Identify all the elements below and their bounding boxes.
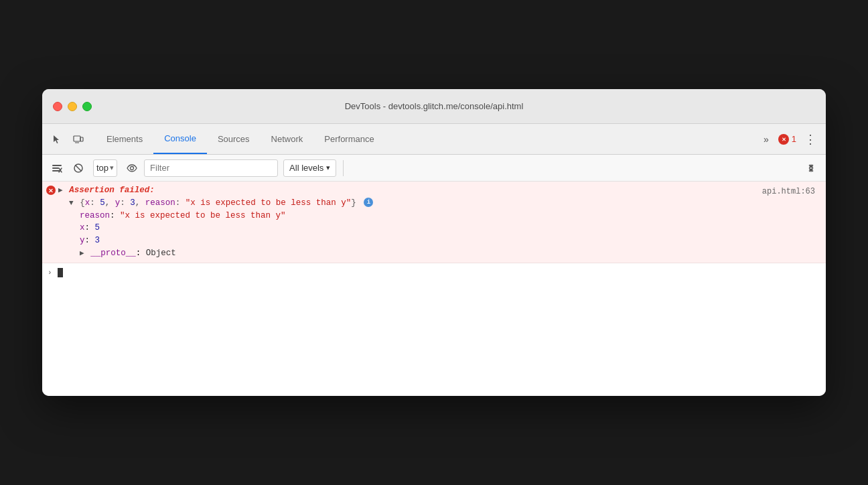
object-expand-arrow[interactable]: ▼ xyxy=(69,198,74,209)
svg-rect-1 xyxy=(80,137,83,141)
console-input-line[interactable]: › xyxy=(42,263,826,283)
object-expand-line: ▼ {x: 5, y: 3, reason: "x is expected to… xyxy=(58,197,820,210)
error-icon: ✕ xyxy=(778,134,789,145)
log-levels-dropdown[interactable]: All levels ▾ xyxy=(283,159,336,177)
tab-console[interactable]: Console xyxy=(153,124,207,154)
assertion-title: Assertion failed: xyxy=(69,186,155,195)
window-title: DevTools - devtools.glitch.me/console/ap… xyxy=(345,101,524,111)
svg-rect-5 xyxy=(52,165,62,166)
context-arrow: ▾ xyxy=(110,163,114,172)
y-property-line: y: 3 xyxy=(58,234,820,247)
tab-elements[interactable]: Elements xyxy=(96,124,153,154)
error-count: 1 xyxy=(792,134,796,144)
svg-text:✕: ✕ xyxy=(48,188,54,194)
cursor xyxy=(58,268,63,277)
x-property-line: x: 5 xyxy=(58,222,820,234)
svg-rect-6 xyxy=(52,167,59,169)
svg-line-11 xyxy=(76,165,82,171)
error-entry-icon: ✕ xyxy=(46,186,56,195)
traffic-lights xyxy=(53,102,92,111)
prompt-arrow: › xyxy=(48,267,52,279)
tab-sources[interactable]: Sources xyxy=(207,124,261,154)
settings-button[interactable] xyxy=(802,159,820,178)
levels-arrow: ▾ xyxy=(326,163,330,172)
tab-icon-group xyxy=(48,130,88,149)
eye-icon[interactable] xyxy=(123,159,141,178)
error-badge[interactable]: ✕ 1 xyxy=(778,134,796,145)
device-toggle-icon[interactable] xyxy=(69,130,88,149)
tabs-right-controls: » ✕ 1 ⋮ xyxy=(758,129,820,149)
tabs-bar: Elements Console Sources Network Perform… xyxy=(42,124,826,155)
info-icon[interactable]: i xyxy=(364,198,373,207)
more-options-button[interactable]: ⋮ xyxy=(800,129,820,149)
clear-console-button[interactable] xyxy=(48,159,66,178)
console-toolbar: top ▾ All levels ▾ xyxy=(42,155,826,182)
reason-property-line: reason: "x is expected to be less than y… xyxy=(58,210,820,222)
proto-expand-arrow[interactable]: ▶ xyxy=(80,248,84,259)
title-bar: DevTools - devtools.glitch.me/console/ap… xyxy=(42,89,826,124)
svg-text:✕: ✕ xyxy=(781,137,786,143)
file-link[interactable]: api.html:63 xyxy=(762,186,820,198)
block-icon[interactable] xyxy=(69,159,88,178)
close-button[interactable] xyxy=(53,102,62,111)
filter-input[interactable] xyxy=(144,159,278,177)
tab-list: Elements Console Sources Network Perform… xyxy=(96,124,758,154)
tab-performance[interactable]: Performance xyxy=(313,124,384,154)
maximize-button[interactable] xyxy=(82,102,92,111)
inspect-icon[interactable] xyxy=(48,130,66,149)
svg-point-12 xyxy=(131,166,134,169)
devtools-window: DevTools - devtools.glitch.me/console/ap… xyxy=(42,89,826,396)
context-value: top xyxy=(96,163,108,173)
proto-line: ▶ __proto__: Object xyxy=(58,247,820,260)
more-tabs-button[interactable]: » xyxy=(758,131,774,147)
toolbar-divider xyxy=(343,160,344,176)
console-content: ✕ api.html:63 ▶ Assertion failed: ▼ {x: … xyxy=(42,182,826,396)
levels-label: All levels xyxy=(289,163,323,173)
console-error-entry: ✕ api.html:63 ▶ Assertion failed: ▼ {x: … xyxy=(42,182,826,263)
tab-network[interactable]: Network xyxy=(261,124,314,154)
expand-arrow[interactable]: ▶ xyxy=(58,185,63,196)
context-selector[interactable]: top ▾ xyxy=(93,159,117,177)
assertion-line: ▶ Assertion failed: xyxy=(58,184,820,197)
svg-rect-0 xyxy=(74,136,80,141)
minimize-button[interactable] xyxy=(68,102,77,111)
